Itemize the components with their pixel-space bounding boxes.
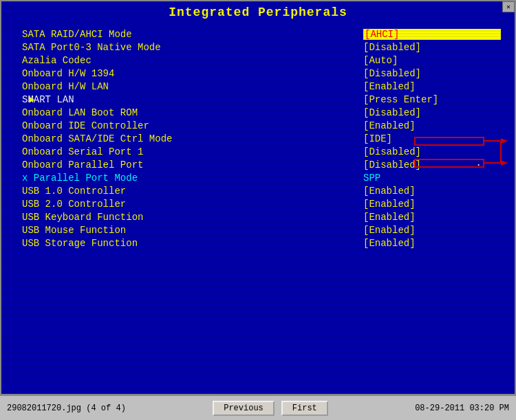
bios-row[interactable]: USB Keyboard Function[Enabled] xyxy=(22,210,501,223)
bios-row[interactable]: USB 1.0 Controller[Enabled] xyxy=(22,184,501,197)
bios-row[interactable]: SATA RAID/AHCI Mode[AHCI] xyxy=(22,27,501,41)
close-button[interactable]: ✕ xyxy=(502,1,515,12)
bios-row[interactable]: Azalia Codec[Auto] xyxy=(22,54,501,67)
setting-label: SMART LAN xyxy=(22,94,215,105)
setting-value: [Enabled] xyxy=(363,199,501,210)
setting-label: USB Keyboard Function xyxy=(22,212,215,223)
setting-label: Onboard H/W 1394 xyxy=(22,68,215,79)
bios-row[interactable]: Onboard IDE Controller[Enabled] xyxy=(22,119,501,132)
bios-row[interactable]: USB Mouse Function[Enabled] xyxy=(22,223,501,236)
bios-row[interactable]: Onboard Parallel Port[Disabled]• xyxy=(22,158,501,171)
bios-row[interactable]: Onboard SATA/IDE Ctrl Mode[IDE] xyxy=(22,132,501,145)
bios-row[interactable]: USB Storage Function[Enabled] xyxy=(22,236,501,250)
setting-value: [Disabled] xyxy=(363,159,501,170)
setting-value: [Enabled] xyxy=(363,238,501,249)
bios-row[interactable]: Onboard H/W 1394[Disabled] xyxy=(22,67,501,80)
filename-label: 29082011720.jpg (4 of 4) xyxy=(7,404,126,413)
selected-arrow-icon: ▶ xyxy=(29,93,34,105)
setting-value: [Press Enter] xyxy=(363,94,501,105)
bios-row[interactable]: x Parallel Port ModeSPP xyxy=(22,171,501,184)
setting-label: USB Storage Function xyxy=(22,238,215,249)
page-title: Integrated Peripherals xyxy=(1,1,515,22)
setting-label: Onboard SATA/IDE Ctrl Mode xyxy=(22,133,215,144)
setting-label: Onboard LAN Boot ROM xyxy=(22,107,215,118)
setting-value: [Enabled] xyxy=(363,225,501,236)
setting-value: [Enabled] xyxy=(363,120,501,131)
setting-label: Azalia Codec xyxy=(22,55,215,66)
setting-label: Onboard Serial Port 1 xyxy=(22,146,215,157)
bios-row[interactable]: Onboard LAN Boot ROM[Disabled] xyxy=(22,106,501,119)
button-group: Previous First xyxy=(213,401,328,416)
setting-value: [Auto] xyxy=(363,55,501,66)
bios-settings-list: SATA RAID/AHCI Mode[AHCI]SATA Port0-3 Na… xyxy=(1,22,515,255)
dot-indicator: • xyxy=(477,162,480,168)
setting-label: SATA RAID/AHCI Mode xyxy=(22,29,215,40)
first-button[interactable]: First xyxy=(281,401,328,416)
setting-value: [Disabled] xyxy=(363,68,501,79)
setting-value: [Enabled] xyxy=(363,212,501,223)
setting-label: x Parallel Port Mode xyxy=(22,173,215,184)
setting-label: USB Mouse Function xyxy=(22,225,215,236)
setting-label: Onboard H/W LAN xyxy=(22,81,215,92)
setting-value: [Disabled] xyxy=(363,107,501,118)
setting-label: USB 2.0 Controller xyxy=(22,199,215,210)
bios-row[interactable]: SATA Port0-3 Native Mode[Disabled] xyxy=(22,41,501,54)
setting-value: [IDE] xyxy=(363,133,501,144)
setting-label: Onboard Parallel Port xyxy=(22,159,215,170)
setting-label: SATA Port0-3 Native Mode xyxy=(22,42,215,53)
bios-row[interactable]: Onboard Serial Port 1[Disabled] xyxy=(22,145,501,158)
bios-row[interactable]: USB 2.0 Controller[Enabled] xyxy=(22,197,501,210)
setting-value: [AHCI] xyxy=(363,29,501,40)
bios-row[interactable]: Onboard H/W LAN[Enabled] xyxy=(22,80,501,93)
setting-value: [Enabled] xyxy=(363,81,501,92)
setting-label: USB 1.0 Controller xyxy=(22,186,215,197)
datetime-label: 08-29-2011 03:20 PM xyxy=(415,404,509,413)
bottom-bar: 29082011720.jpg (4 of 4) Previous First … xyxy=(0,395,516,420)
bios-row[interactable]: ▶SMART LAN[Press Enter] xyxy=(22,93,501,106)
setting-value: SPP xyxy=(363,173,501,184)
setting-value: [Disabled] xyxy=(363,42,501,53)
setting-value: [Enabled] xyxy=(363,186,501,197)
setting-value: [Disabled] xyxy=(363,146,501,157)
setting-label: Onboard IDE Controller xyxy=(22,120,215,131)
previous-button[interactable]: Previous xyxy=(213,401,275,416)
